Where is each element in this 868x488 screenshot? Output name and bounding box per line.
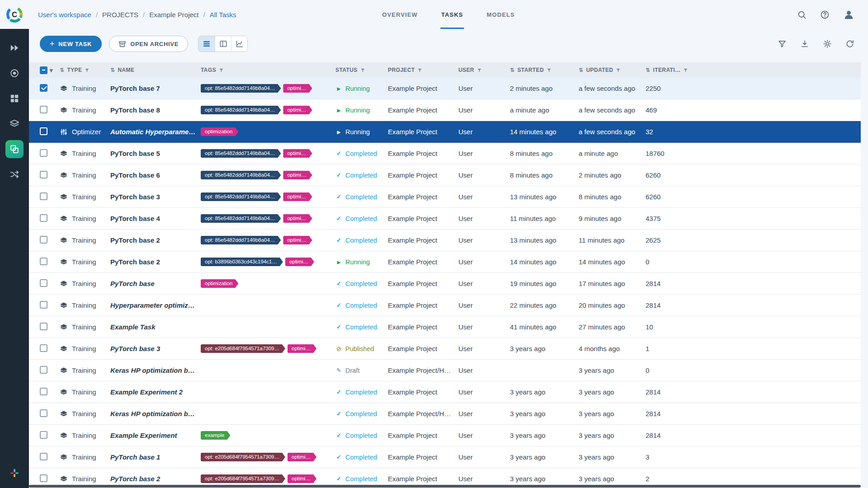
clearml-logo[interactable]: C — [0, 0, 29, 29]
row-checkbox[interactable] — [40, 323, 47, 330]
compare-chart-view-button[interactable] — [231, 36, 247, 52]
table-row[interactable]: Training Hyperparameter optimizati… ✓Com… — [29, 295, 861, 316]
breadcrumb-example-project[interactable]: Example Project — [149, 11, 198, 19]
row-checkbox[interactable] — [40, 409, 47, 417]
task-name[interactable]: Example Experiment — [110, 432, 201, 439]
table-row[interactable]: Training PyTorch base 5 opt: 85e5482ddd7… — [29, 143, 861, 164]
sidebar-item-pipelines[interactable] — [5, 115, 24, 133]
row-checkbox[interactable] — [40, 171, 47, 178]
column-filter-icon[interactable] — [219, 68, 224, 73]
tag[interactable]: example — [201, 431, 230, 440]
task-name[interactable]: PyTorch base 3 — [110, 193, 201, 201]
row-checkbox[interactable] — [40, 192, 47, 200]
tag[interactable]: optimi… — [283, 214, 312, 223]
tag[interactable]: opt: 85e5482ddd7149b8a04… — [201, 106, 281, 114]
row-checkbox[interactable] — [40, 84, 47, 92]
tag[interactable]: optimi… — [288, 344, 316, 353]
selection-menu-caret-icon[interactable] — [50, 67, 53, 74]
tag[interactable]: opt: b3896b0363cd43c194c1… — [201, 258, 283, 266]
column-filter-icon[interactable] — [360, 68, 365, 73]
tag[interactable]: optimi… — [283, 149, 312, 158]
sidebar-item-dashboard[interactable] — [5, 39, 24, 57]
task-name[interactable]: PyTorch base 2 — [110, 475, 201, 483]
task-name[interactable]: Keras HP optimization base — [110, 366, 201, 374]
tag[interactable]: opt: e205d684f7954571a7309… — [201, 474, 285, 483]
table-row[interactable]: Training PyTorch base 4 opt: 85e5482ddd7… — [29, 208, 861, 230]
tag[interactable]: opt: 85e5482ddd7149b8a04… — [201, 236, 281, 244]
row-checkbox[interactable] — [40, 279, 47, 287]
row-checkbox[interactable] — [40, 474, 47, 482]
column-header-started[interactable]: ⇅STARTED — [510, 67, 579, 73]
task-name[interactable]: Keras HP optimization base — [110, 410, 201, 418]
row-checkbox[interactable] — [40, 453, 47, 460]
tag[interactable]: opt: 85e5482ddd7149b8a04… — [201, 84, 281, 93]
filter-reset-icon[interactable] — [778, 39, 787, 48]
tag[interactable]: optimization — [201, 279, 238, 288]
task-name[interactable]: PyTorch base 5 — [110, 150, 201, 157]
horizontal-scrollbar[interactable] — [29, 485, 861, 488]
column-filter-icon[interactable] — [477, 68, 482, 73]
sort-icon[interactable]: ⇅ — [646, 67, 650, 73]
table-row[interactable]: Training PyTorch base 2 opt: 85e5482ddd7… — [29, 230, 861, 251]
table-row[interactable]: Training Keras HP optimization base ✎Dra… — [29, 360, 861, 381]
task-name[interactable]: PyTorch base 2 — [110, 258, 201, 266]
column-filter-icon[interactable] — [417, 68, 422, 73]
row-checkbox[interactable] — [40, 236, 47, 244]
sidebar-item-workers-queues[interactable] — [5, 165, 24, 183]
row-checkbox[interactable] — [40, 366, 47, 374]
table-row[interactable]: Training Keras HP optimization base ✓Com… — [29, 403, 861, 425]
sort-icon[interactable]: ⇅ — [60, 67, 64, 73]
table-row[interactable]: Training PyTorch base 1 opt: e205d684f79… — [29, 446, 861, 468]
task-name[interactable]: PyTorch base 2 — [110, 236, 201, 244]
tag[interactable]: optimi… — [288, 474, 316, 483]
tag[interactable]: optimi… — [283, 171, 312, 179]
sidebar-item-datasets[interactable] — [5, 64, 24, 82]
row-checkbox[interactable] — [40, 388, 47, 395]
column-header-user[interactable]: USER — [458, 67, 510, 73]
row-checkbox[interactable] — [40, 127, 47, 135]
table-row[interactable]: Training Example Task ✓Completed Example… — [29, 316, 861, 338]
column-header-updated[interactable]: ⇅UPDATED — [579, 67, 646, 73]
column-filter-icon[interactable] — [85, 68, 90, 73]
breadcrumb-all-tasks[interactable]: All Tasks — [210, 11, 236, 19]
row-checkbox[interactable] — [40, 106, 47, 113]
task-name[interactable]: Example Experiment 2 — [110, 388, 201, 396]
breadcrumb-projects[interactable]: PROJECTS — [102, 11, 138, 19]
table-row[interactable]: Training Example Experiment 2 ✓Completed… — [29, 381, 861, 403]
tag[interactable]: optimi… — [283, 192, 312, 201]
task-name[interactable]: PyTorch base — [110, 280, 201, 287]
avatar[interactable] — [843, 9, 854, 20]
table-row[interactable]: Training PyTorch base 2 opt: b3896b0363c… — [29, 251, 861, 273]
task-name[interactable]: Example Task — [110, 323, 201, 331]
tag[interactable]: opt: 85e5482ddd7149b8a04… — [201, 149, 281, 158]
auto-refresh-icon[interactable] — [845, 39, 854, 48]
table-row[interactable]: Training PyTorch base 7 opt: 85e5482ddd7… — [29, 78, 861, 99]
row-checkbox[interactable] — [40, 301, 47, 309]
tab-tasks[interactable]: TASKS — [440, 0, 464, 29]
search-icon[interactable] — [797, 10, 807, 19]
tab-models[interactable]: MODELS — [486, 0, 516, 29]
sidebar-item-reports[interactable] — [5, 89, 24, 108]
table-row[interactable]: Training PyTorch base 8 opt: 85e5482ddd7… — [29, 99, 861, 121]
table-row[interactable]: Optimizer Automatic Hyperparamete… optim… — [29, 121, 861, 143]
tag[interactable]: opt: 85e5482ddd7149b8a04… — [201, 171, 281, 179]
tag[interactable]: opt: e205d684f7954571a7309… — [201, 344, 285, 353]
download-icon[interactable] — [800, 39, 809, 48]
slack-icon[interactable] — [9, 468, 19, 480]
task-name[interactable]: PyTorch base 7 — [110, 84, 201, 92]
table-row[interactable]: Training PyTorch base 3 opt: e205d684f79… — [29, 338, 861, 360]
sort-icon[interactable]: ⇅ — [110, 67, 115, 73]
row-checkbox[interactable] — [40, 344, 47, 352]
row-checkbox[interactable] — [40, 214, 47, 222]
table-row[interactable]: Training PyTorch base 6 opt: 85e5482ddd7… — [29, 164, 861, 186]
task-name[interactable]: PyTorch base 4 — [110, 215, 201, 222]
table-view-button[interactable] — [198, 36, 215, 52]
task-name[interactable]: PyTorch base 3 — [110, 345, 201, 352]
tag[interactable]: opt: 85e5482ddd7149b8a04… — [201, 192, 281, 201]
split-view-button[interactable] — [215, 36, 231, 52]
tag[interactable]: optimization — [201, 127, 238, 136]
column-header-iterati[interactable]: ⇅ITERATI… — [646, 67, 861, 73]
tab-overview[interactable]: OVERVIEW — [381, 0, 419, 29]
breadcrumb-workspace[interactable]: User's workspace — [38, 11, 91, 19]
column-header-project[interactable]: PROJECT — [388, 67, 458, 73]
